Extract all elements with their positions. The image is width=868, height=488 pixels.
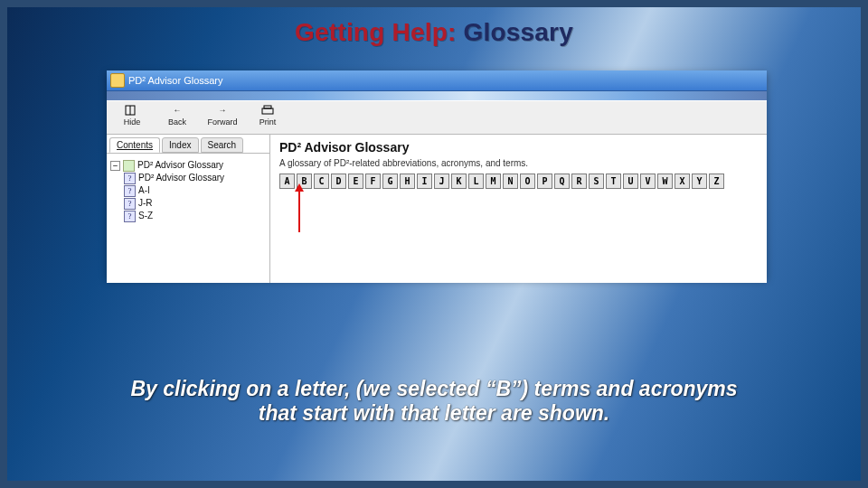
tab-index[interactable]: Index [162, 137, 198, 153]
collapse-icon[interactable]: − [110, 161, 120, 171]
back-icon: ← [169, 103, 185, 117]
toolbar: Hide ← Back → Forward Print [107, 100, 767, 135]
help-window-screenshot: PD² Advisor Glossary Hide ← Back → Forwa… [107, 70, 767, 278]
forward-button[interactable]: → Forward [203, 103, 242, 127]
tree-item-ai[interactable]: ? A-I [110, 184, 266, 197]
window-titlebar: PD² Advisor Glossary [107, 70, 767, 91]
forward-icon: → [214, 103, 231, 117]
app-icon [110, 73, 125, 88]
nav-panel: Contents Index Search − PD² Advisor Glos… [107, 135, 270, 283]
alphabet-nav: ABCDEFGHIJKLMNOPQRSTUVWXYZ [279, 174, 758, 189]
letter-i[interactable]: I [417, 174, 432, 189]
print-icon [259, 103, 276, 117]
hide-icon [124, 103, 140, 117]
tree-item-sz[interactable]: ? S-Z [110, 210, 266, 222]
glossary-subtitle: A glossary of PD²-related abbreviations,… [279, 158, 758, 168]
letter-y[interactable]: Y [692, 174, 707, 189]
letter-h[interactable]: H [400, 174, 415, 189]
forward-label: Forward [207, 117, 237, 127]
letter-c[interactable]: C [314, 174, 329, 189]
letter-p[interactable]: P [537, 174, 552, 189]
svg-rect-3 [264, 106, 271, 108]
letter-m[interactable]: M [486, 174, 501, 189]
hide-button[interactable]: Hide [112, 103, 152, 127]
topic-icon: ? [124, 211, 136, 222]
print-button[interactable]: Print [248, 103, 288, 127]
letter-a[interactable]: A [279, 174, 295, 189]
back-label: Back [168, 117, 186, 127]
title-red-part: Getting Help: [295, 18, 456, 46]
topic-icon: ? [124, 198, 136, 210]
print-label: Print [259, 117, 277, 127]
letter-r[interactable]: R [571, 174, 587, 189]
tree-item-glossary[interactable]: ? PD² Advisor Glossary [110, 172, 266, 184]
letter-q[interactable]: Q [554, 174, 570, 189]
topic-icon: ? [124, 173, 136, 184]
letter-z[interactable]: Z [709, 174, 724, 189]
glossary-heading: PD² Advisor Glossary [279, 140, 758, 155]
letter-t[interactable]: T [606, 174, 621, 189]
letter-s[interactable]: S [589, 174, 604, 189]
tree-root[interactable]: − PD² Advisor Glossary [110, 159, 266, 172]
slide-caption: By clicking on a letter, (we selected “B… [7, 377, 861, 427]
tree-root-label: PD² Advisor Glossary [137, 159, 223, 172]
letter-d[interactable]: D [331, 174, 346, 189]
tree-item-label: A-I [138, 184, 150, 197]
nav-tabs: Contents Index Search [107, 135, 269, 154]
slide: Getting Help: Glossary PD² Advisor Gloss… [0, 0, 868, 488]
letter-o[interactable]: O [520, 174, 535, 189]
window-title: PD² Advisor Glossary [128, 75, 223, 86]
callout-arrow [298, 191, 300, 232]
window-shade [107, 91, 767, 100]
tree-item-jr[interactable]: ? J-R [110, 197, 266, 210]
letter-w[interactable]: W [657, 174, 673, 189]
letter-u[interactable]: U [623, 174, 638, 189]
letter-k[interactable]: K [451, 174, 467, 189]
letter-f[interactable]: F [365, 174, 381, 189]
letter-l[interactable]: L [468, 174, 484, 189]
slide-title: Getting Help: Glossary [7, 18, 861, 47]
tree-item-label: S-Z [138, 210, 153, 222]
letter-j[interactable]: J [434, 174, 449, 189]
help-body: Contents Index Search − PD² Advisor Glos… [107, 135, 767, 283]
book-open-icon [123, 160, 135, 172]
letter-v[interactable]: V [640, 174, 656, 189]
tab-contents[interactable]: Contents [109, 137, 160, 153]
letter-g[interactable]: G [382, 174, 398, 189]
letter-n[interactable]: N [503, 174, 518, 189]
back-button[interactable]: ← Back [157, 103, 197, 127]
letter-x[interactable]: X [675, 174, 690, 189]
tree-item-label: PD² Advisor Glossary [138, 172, 224, 184]
title-rest-part: Glossary [463, 18, 572, 46]
content-panel: PD² Advisor Glossary A glossary of PD²-r… [270, 135, 767, 283]
hide-label: Hide [124, 117, 141, 127]
tab-search[interactable]: Search [201, 137, 244, 153]
tree-item-label: J-R [138, 197, 153, 210]
contents-tree: − PD² Advisor Glossary ? PD² Advisor Glo… [107, 154, 269, 228]
topic-icon: ? [124, 185, 136, 197]
letter-e[interactable]: E [348, 174, 363, 189]
svg-rect-2 [262, 108, 273, 114]
